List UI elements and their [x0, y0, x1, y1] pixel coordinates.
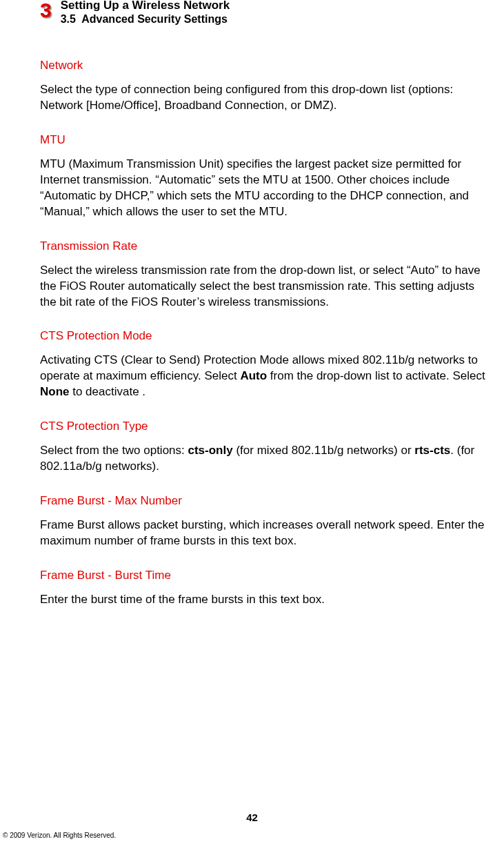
bold-none: None	[40, 385, 70, 398]
copyright-notice: © 2009 Verizon. All Rights Reserved.	[3, 832, 116, 839]
heading-frame-burst-time: Frame Burst - Burst Time	[40, 569, 486, 582]
bold-cts-only: cts-only	[188, 444, 233, 457]
chapter-title: Setting Up a Wireless Network	[61, 0, 230, 12]
body-cts-type: Select from the two options: cts-only (f…	[40, 443, 486, 475]
body-frame-burst-max: Frame Burst allows packet bursting, whic…	[40, 518, 486, 549]
section-number: 3.5	[61, 13, 76, 25]
heading-transmission-rate: Transmission Rate	[40, 239, 486, 253]
body-transmission-rate: Select the wireless transmission rate fr…	[40, 263, 486, 311]
heading-cts-mode: CTS Protection Mode	[40, 329, 486, 343]
heading-frame-burst-max: Frame Burst - Max Number	[40, 494, 486, 508]
body-network: Select the type of connection being conf…	[40, 82, 486, 114]
section-title: 3.5 Advanced Security Settings	[61, 13, 230, 26]
bold-auto: Auto	[240, 369, 267, 382]
bold-rts-cts: rts-cts	[414, 444, 450, 457]
page-header: 3 Setting Up a Wireless Network 3.5 Adva…	[0, 0, 504, 26]
body-cts-mode: Activating CTS (Clear to Send) Protectio…	[40, 353, 486, 400]
body-mtu: MTU (Maximum Transmission Unit) specifie…	[40, 157, 486, 220]
page-content: Network Select the type of connection be…	[0, 26, 504, 608]
page-number: 42	[0, 811, 504, 823]
body-frame-burst-time: Enter the burst time of the frame bursts…	[40, 592, 486, 608]
heading-cts-type: CTS Protection Type	[40, 420, 486, 433]
text-segment: Select from the two options:	[40, 444, 188, 457]
text-segment: from the drop-down list to activate. Sel…	[267, 369, 485, 382]
heading-mtu: MTU	[40, 133, 486, 147]
chapter-number: 3	[40, 0, 51, 21]
text-segment: to deactivate .	[70, 385, 146, 398]
header-titles: Setting Up a Wireless Network 3.5 Advanc…	[61, 0, 230, 26]
section-name: Advanced Security Settings	[81, 13, 228, 25]
heading-network: Network	[40, 59, 486, 72]
text-segment: (for mixed 802.11b/g networks) or	[233, 444, 415, 457]
